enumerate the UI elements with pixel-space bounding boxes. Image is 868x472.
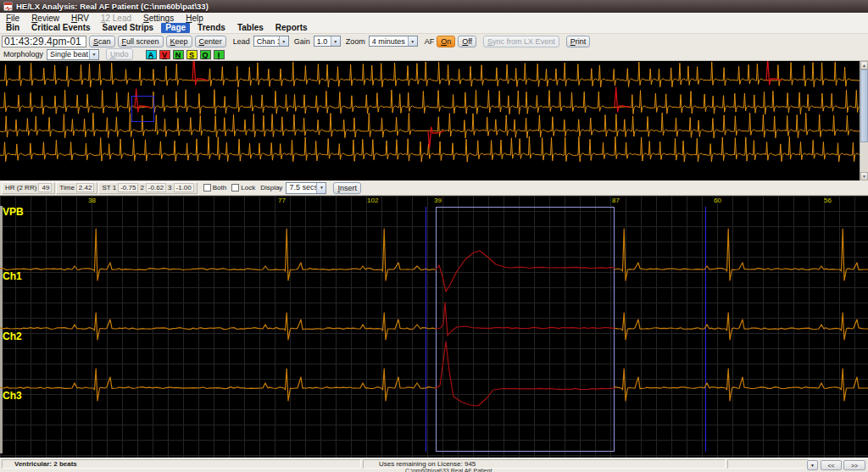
hr-annotation: 102: [367, 197, 378, 204]
morphology-mode-value: Single beat: [50, 50, 89, 58]
scan-button[interactable]: Scan: [89, 36, 115, 47]
chevron-down-icon: ▼: [331, 36, 340, 46]
undo-button[interactable]: Undo: [106, 48, 133, 60]
menu-hrv[interactable]: HRV: [65, 14, 95, 23]
window-title: HE/LX Analysis: Real AF Patient (C:\nm60…: [16, 2, 209, 11]
status-bar: Ventricular: 2 beats Uses remaining on L…: [0, 458, 868, 472]
morphology-toolbar: Morphology Single beat ▼ Undo AVNSQI: [0, 48, 868, 61]
chevron-down-icon: ▼: [279, 36, 288, 46]
zoom-value: 4 minutes: [372, 37, 408, 46]
beat-class-n-button[interactable]: N: [173, 50, 184, 59]
menu-bar: FileReviewHRV12 LeadSettingsHelp: [0, 13, 868, 23]
scroll-down-icon[interactable]: ▼: [860, 172, 868, 180]
display-select[interactable]: 7.5 secs ▼: [286, 182, 326, 194]
tab-critical-events[interactable]: Critical Events: [25, 23, 96, 33]
hr-annotation: 38: [88, 197, 96, 204]
st2-value: -0.62: [146, 183, 166, 192]
tab-tables[interactable]: Tables: [231, 23, 270, 33]
time-group: Time 2.42: [56, 182, 97, 194]
st1-label: ST 1: [102, 184, 116, 192]
lead-select[interactable]: Chan 1 ▼: [253, 36, 289, 47]
st-group: ST 1 -0.75 2 -0.62 3 -1.00: [98, 182, 197, 194]
channel-label-ch1: Ch1: [3, 271, 22, 281]
beat-ecg-svg: [0, 196, 868, 458]
display-value: 7.5 secs: [289, 184, 316, 192]
sync-lx-event-button[interactable]: Sync from LX Event: [483, 36, 559, 47]
zoom-select[interactable]: 4 minutes ▼: [369, 36, 418, 47]
menu-settings[interactable]: Settings: [137, 14, 180, 23]
app-icon: [3, 2, 13, 11]
af-off-button[interactable]: Off: [458, 36, 476, 47]
chevron-down-icon: ▼: [316, 183, 326, 193]
time-label: Time: [59, 184, 74, 192]
title-bar: HE/LX Analysis: Real AF Patient (C:\nm60…: [0, 0, 868, 13]
st3-label: 3: [168, 184, 171, 192]
menu-help[interactable]: Help: [180, 14, 209, 23]
beat-classification-buttons: AVNSQI: [143, 50, 225, 59]
zoom-label: Zoom: [346, 37, 365, 46]
tab-page[interactable]: Page: [161, 23, 190, 33]
tab-saved-strips[interactable]: Saved Strips: [97, 23, 160, 33]
app-window: HE/LX Analysis: Real AF Patient (C:\nm60…: [0, 0, 868, 472]
center-button[interactable]: Center: [195, 36, 226, 47]
patient-select-dropdown[interactable]: ▼: [807, 460, 818, 470]
gain-select[interactable]: 1.0 ▼: [314, 36, 341, 47]
chevron-down-icon: ▼: [810, 462, 815, 469]
overview-ecg-panel[interactable]: ▲ ▼: [0, 61, 868, 180]
chevron-down-icon: ▼: [408, 36, 417, 46]
chevron-down-icon: ▼: [89, 50, 98, 59]
scrollbar-thumb[interactable]: [860, 69, 868, 142]
hr-value: 49: [38, 183, 52, 192]
beat-class-v-button[interactable]: V: [159, 50, 170, 59]
next-patient-button[interactable]: >>: [843, 460, 865, 470]
full-screen-button[interactable]: Full screen: [118, 36, 164, 47]
selected-beat-box: [131, 96, 154, 122]
insert-button[interactable]: Insert: [333, 182, 361, 194]
st2-label: 2: [140, 184, 143, 192]
tab-reports[interactable]: Reports: [270, 23, 314, 33]
morphology-mode-select[interactable]: Single beat ▼: [47, 49, 99, 60]
menu-file[interactable]: File: [0, 14, 25, 23]
beat-class-q-button[interactable]: Q: [200, 50, 211, 59]
menu-12-lead: 12 Lead: [95, 14, 137, 23]
view-tab-bar: BinCritical EventsSaved StripsPageTrends…: [0, 23, 868, 34]
overview-scrollbar[interactable]: ▲ ▼: [860, 61, 868, 180]
channel-label-vpb: VPB: [3, 207, 24, 217]
checkbox-icon: [231, 184, 239, 192]
display-label: Display: [260, 184, 282, 192]
gain-value: 1.0: [317, 37, 331, 46]
morphology-label: Morphology: [3, 50, 43, 58]
timestamp-field[interactable]: [2, 36, 86, 47]
lead-value: Chan 1: [257, 37, 279, 46]
scroll-up-icon[interactable]: ▲: [860, 61, 868, 69]
time-value: 2.42: [76, 183, 95, 192]
hr-annotation: 56: [824, 197, 832, 204]
lock-checkbox[interactable]: Lock: [231, 184, 255, 192]
af-label: AF: [425, 37, 435, 46]
lead-label: Lead: [233, 37, 250, 46]
beat-class-s-button[interactable]: S: [186, 50, 198, 59]
prev-patient-button[interactable]: <<: [821, 460, 842, 470]
channel-label-ch2: Ch2: [3, 331, 22, 342]
channel-label-ch3: Ch3: [3, 391, 22, 401]
keep-button[interactable]: Keep: [166, 36, 192, 47]
print-button[interactable]: Print: [566, 36, 591, 47]
lock-label: Lock: [241, 184, 255, 192]
tab-trends[interactable]: Trends: [192, 23, 231, 33]
st1-value: -0.75: [118, 183, 138, 192]
overview-ecg-svg: [0, 61, 860, 180]
hr-annotation: 39: [434, 197, 442, 204]
beat-class-i-button[interactable]: I: [214, 50, 225, 59]
ventricular-status-field: Ventricular: 2 beats: [2, 459, 361, 469]
menu-review[interactable]: Review: [25, 14, 65, 23]
tab-bin[interactable]: Bin: [0, 23, 25, 33]
beat-class-a-button[interactable]: A: [146, 50, 157, 59]
gain-label: Gain: [294, 37, 310, 46]
beat-ecg-panel[interactable]: VPBCh1Ch2Ch3 387710239876056: [0, 196, 868, 458]
af-on-button[interactable]: On: [437, 36, 455, 47]
both-checkbox[interactable]: Both: [203, 184, 226, 192]
checkbox-icon: [203, 184, 211, 192]
main-toolbar: Scan Full screen Keep Center Lead Chan 1…: [0, 34, 868, 48]
ventricular-status: Ventricular: 2 beats: [14, 460, 77, 468]
hr-label: HR (2 RR): [5, 184, 36, 192]
